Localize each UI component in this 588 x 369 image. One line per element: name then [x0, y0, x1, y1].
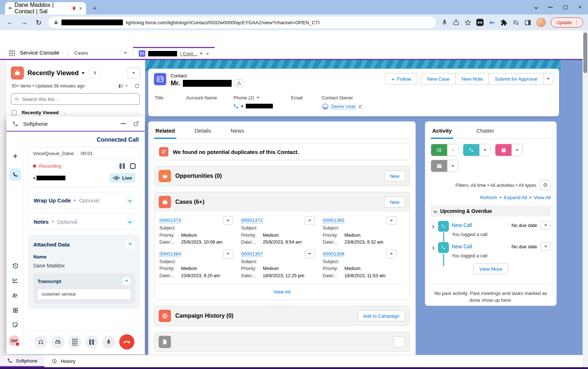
- popout-icon[interactable]: [133, 121, 139, 126]
- transfer-call-button[interactable]: [34, 335, 47, 348]
- view-more-button[interactable]: View More: [473, 263, 508, 274]
- refresh-icon[interactable]: [134, 83, 140, 89]
- cases-tab-dropdown-icon[interactable]: [124, 52, 127, 54]
- display-picker-button[interactable]: [118, 83, 128, 89]
- pin-list-button[interactable]: [90, 68, 100, 78]
- agents-icon[interactable]: [7, 292, 24, 299]
- cases-view-all-link[interactable]: View All: [273, 289, 290, 295]
- more-actions-dropdown[interactable]: [543, 73, 553, 84]
- expand-item-icon[interactable]: [432, 244, 434, 251]
- follow-button[interactable]: Follow: [385, 73, 417, 85]
- pause-recording-icon[interactable]: [120, 163, 125, 169]
- mic-icon[interactable]: [441, 19, 448, 26]
- case-row-actions-button[interactable]: [386, 216, 396, 225]
- select-all-checkbox[interactable]: [12, 110, 17, 115]
- case-number-link[interactable]: 00001372: [241, 218, 263, 223]
- minimize-icon[interactable]: [121, 123, 126, 124]
- email-icon[interactable]: [431, 160, 447, 172]
- url-bar[interactable]: lightning.force.com/lightning/r/Contact/…: [48, 17, 436, 28]
- call-dropdown-icon[interactable]: [479, 144, 490, 156]
- case-row-actions-button[interactable]: [305, 216, 315, 225]
- password-key-icon[interactable]: [489, 19, 495, 26]
- dialpad-button[interactable]: [68, 335, 81, 348]
- wrap-up-code-card[interactable]: Wrap Up Code • Optional: [28, 192, 140, 209]
- reload-button[interactable]: [34, 18, 43, 27]
- activity-actions-button[interactable]: [541, 221, 551, 229]
- activity-title-link[interactable]: New Call: [452, 244, 472, 249]
- stats-chart-icon[interactable]: [7, 277, 24, 284]
- window-close-icon[interactable]: [578, 4, 581, 10]
- phone-dropdown-icon[interactable]: [257, 97, 259, 99]
- contact-tab-dropdown-icon[interactable]: [200, 53, 203, 55]
- live-transcript-chip[interactable]: Live: [110, 173, 136, 183]
- expand-notes-icon[interactable]: [125, 216, 135, 227]
- new-event-icon[interactable]: [495, 144, 511, 156]
- case-number-link[interactable]: 00001356: [323, 251, 344, 257]
- change-owner-icon[interactable]: [358, 104, 363, 109]
- contact-tab-close-icon[interactable]: [206, 51, 209, 57]
- collapse-section-icon[interactable]: [434, 209, 437, 213]
- list-sort-row[interactable]: Recently Viewed: [6, 105, 145, 115]
- notes-icon[interactable]: [7, 322, 24, 328]
- case-row-actions-button[interactable]: [223, 250, 233, 258]
- list-search-input[interactable]: [22, 96, 136, 102]
- tab-news[interactable]: News: [229, 128, 246, 138]
- field-phone-value[interactable]: +: [233, 103, 287, 109]
- case-number-link[interactable]: 00001365: [323, 218, 344, 223]
- nav-tab-cases[interactable]: Cases: [68, 47, 133, 59]
- add-to-campaign-button[interactable]: Add to Campaign: [357, 310, 405, 321]
- case-row-actions-button[interactable]: [386, 250, 396, 258]
- notes-card[interactable]: Notes • Optional: [28, 213, 140, 230]
- tab-related[interactable]: Related: [154, 128, 176, 138]
- split-view-strip[interactable]: [0, 60, 6, 355]
- utility-history-tab[interactable]: History: [44, 355, 82, 367]
- tab-chatter[interactable]: Chatter: [475, 128, 495, 138]
- activity-title-link[interactable]: New Call: [452, 222, 472, 228]
- new-call-plus-icon[interactable]: [7, 151, 24, 161]
- collapse-transcript-icon[interactable]: [122, 277, 131, 286]
- next-section-button[interactable]: [394, 336, 405, 347]
- call-history-icon[interactable]: [7, 262, 24, 269]
- utility-softphone-tab[interactable]: Softphone: [0, 355, 44, 367]
- end-call-button[interactable]: [119, 334, 134, 349]
- switch-device-button[interactable]: [51, 335, 64, 348]
- stop-recording-icon[interactable]: [130, 163, 136, 169]
- browser-update-button[interactable]: Update: [551, 17, 583, 27]
- browser-tab[interactable]: Dane Maddox | Contact | Sal: [5, 2, 86, 14]
- campaign-history-title[interactable]: Campaign History (0): [175, 313, 233, 319]
- case-number-link[interactable]: 00001364: [159, 251, 181, 257]
- window-chevron-icon[interactable]: [534, 5, 538, 9]
- log-call-icon[interactable]: [463, 144, 479, 156]
- apps-grid-icon[interactable]: [7, 307, 24, 313]
- new-task-icon[interactable]: [431, 144, 447, 156]
- side-panel-icon[interactable]: [524, 19, 531, 26]
- activity-filter-gear-icon[interactable]: [540, 180, 551, 190]
- page-scrollbar[interactable]: [583, 30, 588, 367]
- expand-all-link[interactable]: Expand All: [504, 195, 527, 200]
- new-case-button[interactable]: New Case: [421, 73, 455, 84]
- collapse-attached-icon[interactable]: [125, 239, 135, 249]
- cases-title[interactable]: Cases (6+): [175, 199, 205, 205]
- transcript-input[interactable]: [38, 289, 131, 300]
- expand-item-icon[interactable]: [432, 223, 434, 229]
- event-dropdown-icon[interactable]: [511, 144, 522, 156]
- list-view-title-button[interactable]: Recently Viewed: [27, 69, 85, 77]
- email-dropdown-icon[interactable]: [447, 160, 458, 172]
- new-case-button[interactable]: New: [384, 197, 405, 207]
- new-tab-button[interactable]: [90, 4, 99, 13]
- expand-wrap-up-icon[interactable]: [125, 195, 135, 205]
- activity-actions-button[interactable]: [541, 242, 551, 251]
- app-launcher-icon[interactable]: [9, 50, 15, 56]
- case-number-link[interactable]: 00001373: [159, 218, 181, 223]
- view-hierarchy-button[interactable]: [235, 79, 243, 87]
- list-view-controls-button[interactable]: [128, 68, 140, 78]
- mute-mic-button[interactable]: [102, 335, 115, 348]
- forward-button[interactable]: [20, 18, 29, 26]
- case-row-actions-button[interactable]: [223, 216, 233, 225]
- scrollbar-thumb[interactable]: [583, 33, 587, 73]
- submit-for-approval-button[interactable]: Submit for Approval: [489, 73, 543, 84]
- list-view-selector-icon[interactable]: [82, 72, 85, 74]
- opportunities-title[interactable]: Opportunities (0): [175, 173, 222, 179]
- window-maximize-icon[interactable]: [563, 5, 567, 9]
- nav-tab-contact[interactable]: | Cont...: [133, 47, 215, 59]
